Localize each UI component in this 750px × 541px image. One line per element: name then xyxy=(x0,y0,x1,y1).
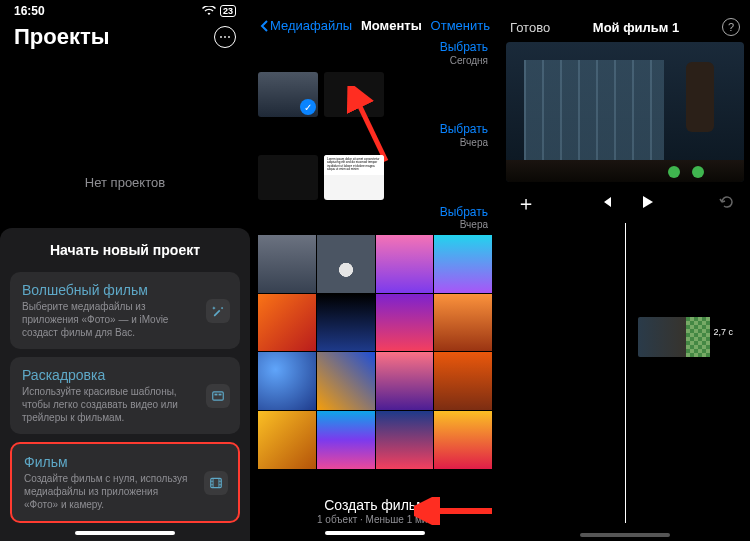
home-indicator[interactable] xyxy=(75,531,175,535)
media-thumb[interactable] xyxy=(258,155,318,200)
select-button[interactable]: Выбрать xyxy=(440,123,488,137)
new-project-sheet: Начать новый проект Волшебный фильм Выбе… xyxy=(0,228,250,541)
project-title: Мой фильм 1 xyxy=(593,20,679,35)
done-button[interactable]: Готово xyxy=(510,20,550,35)
add-media-button[interactable]: ＋ xyxy=(516,190,536,217)
projects-screen: 16:50 23 Проекты ⋯ Нет проектов Начать н… xyxy=(0,0,250,541)
create-movie-button[interactable]: Создать фильм xyxy=(250,497,500,513)
wifi-icon xyxy=(202,6,216,16)
option-title: Фильм xyxy=(24,454,194,470)
media-thumb[interactable]: ✓ xyxy=(258,72,318,117)
option-desc: Создайте фильм с нуля, используя медиафа… xyxy=(24,472,194,511)
battery-icon: 23 xyxy=(220,5,236,17)
storyboard-icon xyxy=(206,384,230,408)
option-movie[interactable]: Фильм Создайте фильм с нуля, используя м… xyxy=(10,442,240,523)
media-thumb[interactable] xyxy=(317,411,375,469)
header: Проекты ⋯ xyxy=(0,18,250,60)
media-thumb[interactable] xyxy=(376,411,434,469)
wand-icon xyxy=(206,299,230,323)
media-thumb[interactable] xyxy=(376,235,434,293)
skip-start-button[interactable] xyxy=(599,195,613,213)
nav-bar: Медиафайлы Моменты Отменить xyxy=(250,0,500,39)
media-thumb[interactable] xyxy=(376,352,434,410)
media-thumb[interactable] xyxy=(258,352,316,410)
option-magic-movie[interactable]: Волшебный фильм Выберите медиафайлы из п… xyxy=(10,272,240,349)
media-thumb[interactable] xyxy=(317,294,375,352)
playback-controls: ＋ xyxy=(500,182,750,221)
media-picker-screen: Медиафайлы Моменты Отменить Выбрать Сего… xyxy=(250,0,500,541)
media-thumb[interactable] xyxy=(317,235,375,293)
option-storyboard[interactable]: Раскадровка Используйте красивые шаблоны… xyxy=(10,357,240,434)
section-date: Сегодня xyxy=(440,55,488,67)
selection-meta: 1 объект · Меньше 1 мин xyxy=(250,514,500,525)
page-title: Проекты xyxy=(14,24,110,50)
media-grid xyxy=(250,235,500,469)
media-thumb[interactable] xyxy=(434,235,492,293)
media-thumb[interactable] xyxy=(317,352,375,410)
selected-check-icon: ✓ xyxy=(300,99,316,115)
clip-duration: 2,7 с xyxy=(714,327,734,337)
more-button[interactable]: ⋯ xyxy=(214,26,236,48)
playhead[interactable] xyxy=(625,223,626,523)
chevron-left-icon xyxy=(260,20,268,32)
select-button[interactable]: Выбрать xyxy=(440,206,488,220)
section-header-today: Выбрать Сегодня xyxy=(250,39,500,68)
section-header-yesterday-2: Выбрать Вчера xyxy=(250,204,500,233)
section-date: Вчера xyxy=(440,137,488,149)
media-thumb[interactable]: Lorem ipsum dolor sit amet consectetur a… xyxy=(324,155,384,200)
option-desc: Используйте красивые шаблоны, чтобы легк… xyxy=(22,385,196,424)
undo-button[interactable] xyxy=(718,194,734,214)
svg-rect-2 xyxy=(219,393,222,395)
timeline-clip[interactable] xyxy=(638,317,710,357)
status-time: 16:50 xyxy=(14,4,45,18)
play-button[interactable] xyxy=(639,194,655,214)
option-title: Раскадровка xyxy=(22,367,196,383)
thumb-row-yesterday-1: Lorem ipsum dolor sit amet consectetur a… xyxy=(250,151,500,204)
section-header-yesterday-1: Выбрать Вчера xyxy=(250,121,500,150)
status-bar: 16:50 23 xyxy=(0,0,250,18)
timeline[interactable]: 2,7 с xyxy=(500,223,750,523)
select-button[interactable]: Выбрать xyxy=(440,41,488,55)
video-preview[interactable] xyxy=(506,42,744,182)
home-indicator[interactable] xyxy=(580,533,670,537)
option-title: Волшебный фильм xyxy=(22,282,196,298)
status-right: 23 xyxy=(202,5,236,17)
media-thumb[interactable] xyxy=(434,294,492,352)
sheet-title: Начать новый проект xyxy=(10,242,240,258)
media-thumb[interactable] xyxy=(258,294,316,352)
nav-bar: Готово Мой фильм 1 ? xyxy=(500,0,750,42)
footer-bar: Создать фильм 1 объект · Меньше 1 мин xyxy=(250,487,500,541)
editor-screen: Готово Мой фильм 1 ? ＋ 2,7 с xyxy=(500,0,750,541)
thumb-row-today: ✓ xyxy=(250,68,500,121)
media-thumb[interactable] xyxy=(434,411,492,469)
option-desc: Выберите медиафайлы из приложения «Фото»… xyxy=(22,300,196,339)
media-thumb[interactable] xyxy=(324,72,384,117)
media-thumb[interactable] xyxy=(258,235,316,293)
section-date: Вчера xyxy=(440,219,488,231)
svg-rect-1 xyxy=(215,393,218,395)
svg-rect-3 xyxy=(211,478,222,487)
svg-rect-0 xyxy=(213,391,224,399)
media-thumb[interactable] xyxy=(376,294,434,352)
media-thumb[interactable] xyxy=(434,352,492,410)
media-thumb[interactable] xyxy=(258,411,316,469)
nav-title: Моменты xyxy=(361,18,422,33)
home-indicator[interactable] xyxy=(325,531,425,535)
back-button[interactable]: Медиафайлы xyxy=(260,18,352,33)
film-icon xyxy=(204,471,228,495)
help-button[interactable]: ? xyxy=(722,18,740,36)
empty-state: Нет проектов xyxy=(0,175,250,190)
cancel-button[interactable]: Отменить xyxy=(431,18,490,33)
